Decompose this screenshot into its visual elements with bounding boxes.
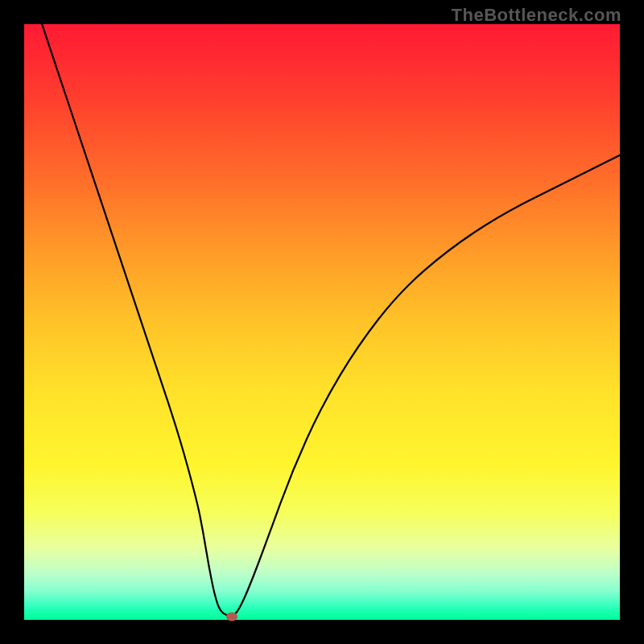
attribution-text: TheBottleneck.com	[452, 5, 621, 26]
optimum-marker	[226, 612, 237, 621]
curve-svg	[24, 24, 620, 620]
bottleneck-curve	[42, 24, 620, 616]
plot-area	[24, 24, 620, 620]
chart-container: TheBottleneck.com	[0, 0, 644, 644]
